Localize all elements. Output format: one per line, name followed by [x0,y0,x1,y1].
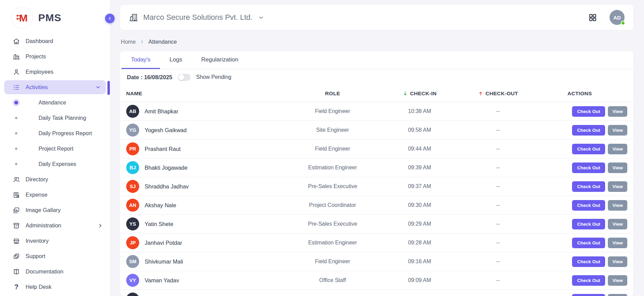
avatar: JP [126,236,139,249]
sidebar-item-inventory[interactable]: Inventory [0,233,110,249]
check-out-button[interactable]: Check Out [572,181,605,192]
sidebar-item-label: Inventory [26,238,103,244]
show-pending-label: Show Pending [196,74,231,80]
company-selector[interactable]: Marco Secure Solutions Pvt. Ltd. [129,13,264,22]
check-out-button[interactable]: Check Out [572,238,605,248]
sidebar-item-dashboard[interactable]: Dashboard [0,33,110,49]
view-button[interactable]: View [608,275,627,286]
check-in-time: 09:29 AM [375,221,464,227]
sidebar-subitem-daily-expenses[interactable]: Daily Expenses [0,156,110,172]
sidebar-item-label: Expense [26,192,103,198]
check-out-button[interactable]: Check Out [572,294,605,296]
breadcrumb-home[interactable]: Home [121,39,136,45]
view-button[interactable]: View [608,256,627,267]
view-button[interactable]: View [608,219,627,229]
attendance-tabs: Today's Logs Regularization [120,51,633,69]
breadcrumb: Home Attendance [121,38,633,46]
check-out-button[interactable]: Check Out [572,219,605,229]
arrow-up-icon [478,91,483,96]
bullet-icon [15,147,17,150]
sidebar-item-expense[interactable]: Expense [0,187,110,202]
sidebar-item-activities[interactable]: Activities [4,80,106,94]
sidebar-subitem-attendance[interactable]: Attendance [0,95,110,110]
sidebar-item-label: Help Desk [26,284,103,290]
check-out-button[interactable]: Check Out [572,125,605,136]
sidebar-item-label: Employees [26,69,103,75]
column-header-check-out[interactable]: CHECK-OUT [464,90,532,97]
show-pending-toggle[interactable] [178,74,191,81]
attendance-card: Today's Logs Regularization Date : 16/08… [120,51,633,296]
table-row: VYVaman YadavOffice Staff09:09 AM--Check… [120,271,633,290]
sidebar-item-directory[interactable]: Directory [0,172,110,187]
sidebar-item-employees[interactable]: Employees [0,64,110,80]
avatar: VY [126,274,139,287]
table-row: ABAmit BhapkarField Engineer10:38 AM--Ch… [120,102,633,121]
sidebar-subitem-label: Daily Expenses [39,161,76,167]
employee-name: Amit Bhapkar [145,108,178,115]
check-out-button[interactable]: Check Out [572,106,605,117]
office-building-icon [129,13,138,22]
tab-todays[interactable]: Today's [121,51,160,69]
employee-name: Prashant Raut [145,146,180,152]
check-out-button[interactable]: Check Out [572,163,605,173]
image-icon [13,207,20,214]
employee-role: Estimation Engineer [290,165,375,171]
check-out-button[interactable]: Check Out [572,275,605,286]
user-avatar[interactable]: AD [610,10,625,25]
view-button[interactable]: View [608,144,627,154]
avatar: YS [126,217,139,230]
sidebar-subitem-project-report[interactable]: Project Report [0,141,110,156]
sidebar-item-projects[interactable]: Projects [0,49,110,64]
sidebar-subitem-daily-progress-report[interactable]: Daily Progress Report [0,126,110,141]
sidebar-subitem-label: Daily Task Planning [39,115,86,121]
avatar: SJ [126,180,139,193]
date-label: Date : 16/08/2025 [127,74,172,81]
column-header-check-in[interactable]: CHECK-IN [375,90,464,97]
check-out-button[interactable]: Check Out [572,256,605,267]
avatar: PR [126,142,139,155]
employee-name: Yogesh Gaikwad [145,127,187,133]
employee-name: Janhavi Potdar [145,240,182,246]
sidebar-item-label: Projects [26,53,103,60]
check-out-time: -- [464,108,532,114]
view-button[interactable]: View [608,238,627,248]
sidebar-subitem-daily-task-planning[interactable]: Daily Task Planning [0,110,110,126]
view-button[interactable]: View [608,200,627,211]
sidebar-item-help-desk[interactable]: ?Help Desk [0,279,110,295]
active-indicator [107,81,110,95]
view-button[interactable]: View [608,125,627,136]
employee-role: Office Staff [290,277,375,283]
view-button[interactable]: View [608,294,627,296]
table-row: BJBhakti JogawadeEstimation Engineer09:3… [120,158,633,177]
arrow-down-icon [402,91,408,96]
sidebar-item-image-gallary[interactable]: Image Gallary [0,202,110,218]
view-button[interactable]: View [608,163,627,173]
table-row: ANAkshay NaleProject Coordinator09:30 AM… [120,196,633,215]
employee-name: Shraddha Jadhav [145,183,189,190]
check-out-button[interactable]: Check Out [572,200,605,211]
apps-grid-icon[interactable] [588,13,597,22]
avatar: YG [126,124,139,137]
sidebar-item-support[interactable]: Support [0,249,110,264]
avatar [126,293,139,296]
tab-regularization[interactable]: Regularization [192,51,248,69]
view-button[interactable]: View [608,106,627,117]
check-out-button[interactable]: Check Out [572,144,605,154]
check-out-time: -- [464,258,532,265]
avatar: BJ [126,161,139,174]
tab-logs[interactable]: Logs [160,51,192,69]
check-in-time: 09:30 AM [375,202,464,208]
check-in-time: 10:38 AM [375,108,464,114]
bullet-icon [15,163,17,165]
avatar: AN [126,199,139,212]
view-button[interactable]: View [608,181,627,192]
chevron-right-icon [98,223,103,228]
employee-role: Site Engineer [290,127,375,133]
sidebar-item-administration[interactable]: Administration [0,218,110,233]
column-header-actions: ACTIONS [532,90,627,97]
sidebar-item-documentation[interactable]: Documentation [0,264,110,279]
employee-name: Shivkumar Mali [145,258,183,265]
logo-m-icon: M [11,7,33,29]
sidebar-collapse-button[interactable] [105,14,115,23]
table-row: Check OutView [120,290,633,296]
